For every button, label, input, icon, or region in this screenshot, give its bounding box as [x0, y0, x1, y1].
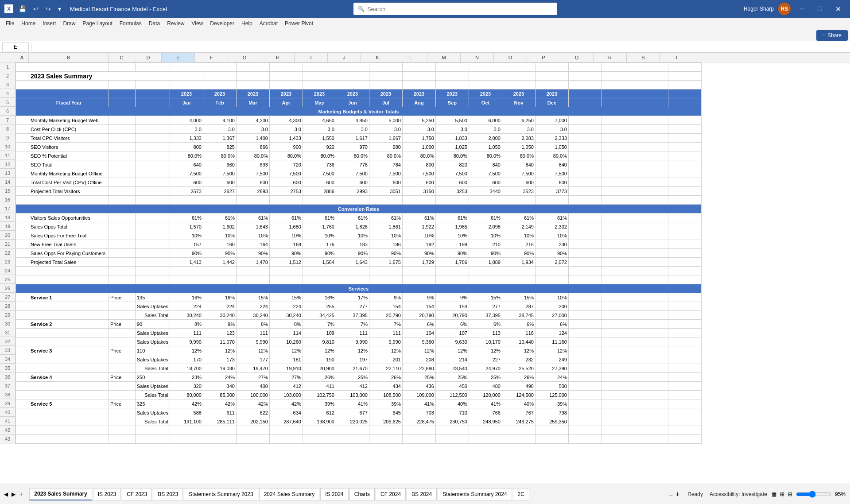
cell[interactable] — [369, 196, 402, 205]
cell[interactable] — [336, 63, 369, 72]
page-layout-icon[interactable]: ⊞ — [780, 491, 784, 497]
cell[interactable] — [635, 63, 668, 72]
cell[interactable] — [203, 267, 236, 275]
save-button[interactable]: 💾 — [17, 4, 28, 13]
cell[interactable] — [402, 267, 435, 275]
cell[interactable] — [435, 63, 469, 72]
cell[interactable] — [369, 267, 402, 275]
cell[interactable] — [29, 81, 109, 89]
share-button[interactable]: ↑ Share — [816, 30, 848, 41]
cell[interactable] — [635, 196, 668, 205]
cell[interactable] — [336, 81, 369, 89]
cell[interactable] — [109, 426, 136, 435]
sheet-tab-statements-summary-2024[interactable]: Statements Summary 2024 — [438, 488, 512, 500]
cell[interactable] — [203, 275, 236, 284]
cell[interactable] — [109, 81, 136, 89]
cell[interactable] — [109, 267, 136, 275]
add-sheet-btn[interactable]: + — [17, 488, 25, 500]
cell[interactable] — [170, 275, 203, 284]
cell[interactable] — [29, 267, 109, 275]
cell[interactable] — [602, 81, 635, 89]
cell[interactable] — [402, 63, 435, 72]
cell[interactable] — [303, 426, 336, 435]
cell[interactable] — [170, 196, 203, 205]
cell[interactable] — [668, 267, 701, 275]
cell[interactable] — [269, 63, 303, 72]
cell[interactable] — [668, 81, 701, 89]
cell[interactable] — [16, 435, 29, 444]
cell[interactable] — [535, 196, 568, 205]
cell[interactable] — [535, 426, 568, 435]
cell[interactable] — [236, 267, 269, 275]
cell[interactable] — [568, 426, 602, 435]
col-header-A[interactable]: A — [16, 53, 29, 62]
cell[interactable] — [170, 426, 203, 435]
cell[interactable] — [402, 81, 435, 89]
cell[interactable] — [668, 435, 701, 444]
cell[interactable] — [635, 426, 668, 435]
cell[interactable] — [29, 426, 109, 435]
cell[interactable] — [136, 81, 170, 89]
cell[interactable] — [170, 81, 203, 89]
cell[interactable] — [336, 426, 369, 435]
cell[interactable] — [203, 196, 236, 205]
cell[interactable] — [502, 63, 535, 72]
cell[interactable] — [269, 426, 303, 435]
cell[interactable] — [109, 63, 136, 72]
col-header-B[interactable]: B — [29, 53, 109, 62]
col-header-S[interactable]: S — [627, 53, 660, 62]
cell[interactable] — [236, 275, 269, 284]
cell[interactable] — [16, 267, 29, 275]
menu-item-draw[interactable]: Draw — [59, 19, 79, 28]
sheet-tab-2024-sales-summary[interactable]: 2024 Sales Summary — [259, 488, 320, 500]
cell[interactable] — [535, 435, 568, 444]
cell[interactable] — [170, 267, 203, 275]
cell[interactable] — [369, 81, 402, 89]
col-header-L[interactable]: L — [394, 53, 427, 62]
cell[interactable] — [635, 81, 668, 89]
cell[interactable] — [602, 63, 635, 72]
menu-item-formulas[interactable]: Formulas — [116, 19, 145, 28]
cell[interactable] — [16, 196, 29, 205]
scroll-right-btn[interactable]: ▶ — [10, 489, 17, 499]
cell[interactable] — [170, 63, 203, 72]
cell[interactable] — [336, 435, 369, 444]
sheet-tab-charts[interactable]: Charts — [349, 488, 375, 500]
cell[interactable] — [668, 63, 701, 72]
cell[interactable] — [602, 196, 635, 205]
minimize-button[interactable]: ─ — [795, 3, 809, 15]
cell[interactable] — [602, 267, 635, 275]
cell[interactable] — [535, 275, 568, 284]
cell[interactable] — [369, 63, 402, 72]
cell[interactable] — [402, 275, 435, 284]
cell[interactable] — [109, 435, 136, 444]
cell[interactable] — [336, 267, 369, 275]
add-sheet-btn2[interactable]: + — [675, 490, 679, 498]
cell[interactable] — [269, 81, 303, 89]
cell[interactable] — [369, 435, 402, 444]
menu-item-help[interactable]: Help — [238, 19, 256, 28]
normal-view-icon[interactable]: ▦ — [772, 491, 776, 497]
cell[interactable] — [469, 426, 502, 435]
cell[interactable] — [469, 267, 502, 275]
customize-qat-button[interactable]: ▾ — [56, 4, 63, 13]
col-header-Q[interactable]: Q — [560, 53, 594, 62]
cell[interactable] — [109, 275, 136, 284]
cell[interactable] — [635, 435, 668, 444]
cell[interactable] — [602, 435, 635, 444]
sheet-tab-is-2024[interactable]: IS 2024 — [320, 488, 348, 500]
cell[interactable] — [435, 426, 469, 435]
cell[interactable] — [568, 63, 602, 72]
scroll-left-btn[interactable]: ◀ — [2, 489, 10, 499]
cell[interactable] — [435, 81, 469, 89]
col-header-F[interactable]: F — [195, 53, 228, 62]
cell[interactable] — [602, 275, 635, 284]
cell[interactable] — [336, 196, 369, 205]
menu-item-acrobat[interactable]: Acrobat — [256, 19, 281, 28]
search-input[interactable] — [367, 6, 553, 12]
cell[interactable] — [136, 63, 170, 72]
cell[interactable] — [203, 426, 236, 435]
cell[interactable] — [136, 196, 170, 205]
cell[interactable] — [435, 435, 469, 444]
sheet-tab-statements-summary-2023[interactable]: Statements Summary 2023 — [184, 488, 258, 500]
